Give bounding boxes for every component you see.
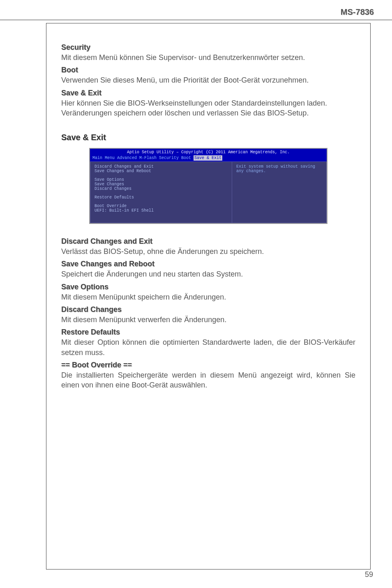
page: MS-7836 SecurityMit diesem Menü können S… [0, 0, 392, 588]
content-frame: SecurityMit diesem Menü können Sie Super… [46, 23, 371, 570]
bios-menu-item[interactable]: Discard Changes [95, 187, 228, 191]
section-body: Mit diesem Menüpunkt speichern die Änder… [61, 292, 355, 302]
section-heading: Security [61, 43, 355, 52]
bios-menu-item[interactable]: Boot Override [95, 204, 228, 208]
section-heading: Save Options [61, 283, 355, 291]
page-number: 59 [365, 570, 373, 579]
bios-menu-item[interactable]: Discard Changes and Exit [95, 164, 228, 169]
section-heading: Boot [61, 66, 355, 74]
section-body: Verlässt das BIOS-Setup, ohne die Änderu… [61, 247, 355, 256]
section-body: Mit diesem Menü können Sie Supervisor- u… [61, 53, 355, 62]
bios-tab[interactable]: Security [159, 155, 179, 161]
bios-tab[interactable]: Main Menu [92, 155, 115, 161]
spacer [95, 200, 228, 204]
section-body: Speichert die Änderungen und neu starten… [61, 269, 355, 279]
section-heading: Discard Changes and Exit [61, 237, 355, 246]
bios-menu-item[interactable]: Save Changes [95, 182, 228, 187]
section-body: Hier können Sie die BIOS-Werkseinstellun… [61, 98, 355, 118]
section-heading: == Boot Override == [61, 361, 355, 369]
bios-help: Exit system setup without saving any cha… [232, 161, 327, 223]
bios-header: Aptio Setup Utility – Copyright (C) 2011… [90, 149, 327, 161]
bios-menu-item[interactable]: UEFI: Built-in EFI Shell [95, 208, 228, 213]
spacer [95, 191, 228, 195]
section-heading: Save Changes and Reboot [61, 260, 355, 268]
bios-tabs: Main MenuAdvancedM-FlashSecurityBootSave… [90, 155, 327, 162]
main-heading: Save & Exit [61, 133, 355, 142]
bios-tab[interactable]: Boot [181, 155, 191, 161]
bios-menu-item[interactable]: Restore Defaults [95, 195, 228, 200]
bios-screenshot: Aptio Setup Utility – Copyright (C) 2011… [89, 148, 327, 224]
section-body: Mit dieser Option können die optimierten… [61, 337, 355, 357]
section-body: Verwenden Sie dieses Menü, um die Priori… [61, 75, 355, 85]
bios-body: Discard Changes and ExitSave Changes and… [90, 161, 327, 223]
bios-title: Aptio Setup Utility – Copyright (C) 2011… [90, 150, 327, 155]
bios-menu-item[interactable]: Save Options [95, 178, 228, 182]
bios-tab[interactable]: Save & Exit [194, 155, 222, 161]
section-body: Mit diesem Menüpunkt verwerfen die Änder… [61, 315, 355, 325]
section-heading: Discard Changes [61, 305, 355, 314]
section-heading: Restore Defaults [61, 328, 355, 337]
header-divider [0, 20, 392, 20]
bios-menu-item[interactable]: Save Changes and Reboot [95, 169, 228, 173]
bios-help-text: Exit system setup without saving any cha… [236, 164, 322, 173]
bios-menu: Discard Changes and ExitSave Changes and… [90, 161, 232, 223]
section-body: Die installierten Speichergeräte werden … [61, 370, 355, 390]
bios-tab[interactable]: M-Flash [139, 155, 157, 161]
bios-tab[interactable]: Advanced [117, 155, 137, 161]
spacer [95, 173, 228, 178]
section-heading: Save & Exit [61, 89, 355, 97]
model-tag: MS-7836 [341, 7, 374, 17]
